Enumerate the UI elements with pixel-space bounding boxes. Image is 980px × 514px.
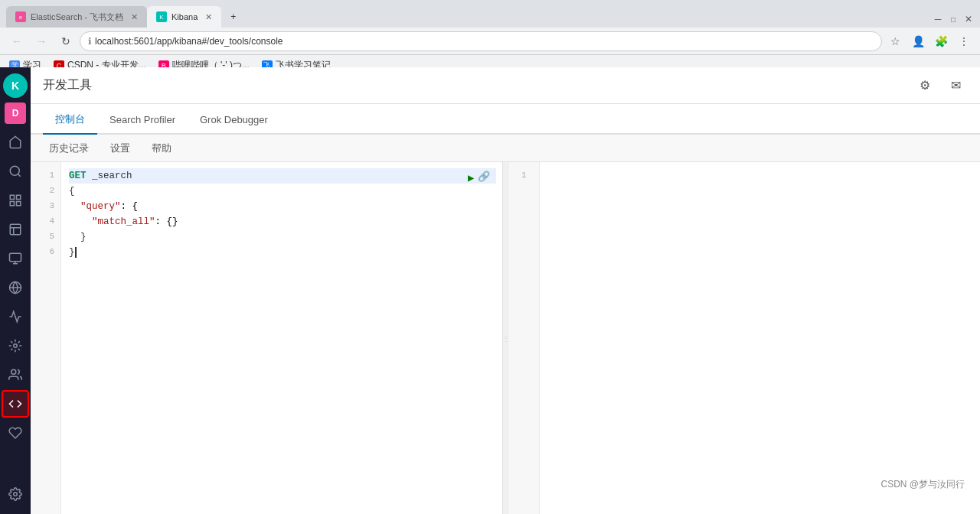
browser-tab-kibana[interactable]: K Kibana ✕ (147, 6, 221, 28)
browser-tab-elastic[interactable]: e ElasticSearch - 飞书文档 ✕ (6, 6, 147, 28)
code-line-4: "match_all" : {} (69, 214, 496, 229)
code-line-6: } (69, 245, 496, 260)
sidebar-item-maps[interactable] (2, 274, 29, 301)
watermark: CSDN @梦与汝同行 (880, 478, 965, 491)
sidebar-item-graph[interactable] (2, 361, 29, 389)
window-close[interactable]: ✕ (963, 14, 974, 24)
chrome-menu-icon[interactable]: ⋮ (954, 31, 974, 51)
svg-rect-4 (10, 195, 14, 199)
code-line-3: "query" : { (69, 199, 496, 214)
tab-close-elastic[interactable]: ✕ (131, 12, 138, 22)
editor-area: 1 2 3 4 5 6 GET _search (31, 162, 980, 514)
url-text-code: _search (92, 168, 132, 184)
settings-button[interactable]: 设置 (104, 138, 136, 158)
sidebar-item-dashboard[interactable] (2, 216, 29, 243)
help-button[interactable]: 帮助 (145, 138, 178, 158)
app-header: 开发工具 ⚙ ✉ (31, 67, 980, 104)
svg-point-2 (10, 166, 19, 175)
window-minimize[interactable]: ─ (933, 14, 943, 24)
tab-nav: 控制台 Search Profiler Grok Debugger (31, 104, 980, 135)
bookmark-star-icon[interactable]: ☆ (885, 31, 905, 51)
extensions-icon[interactable]: 🧩 (931, 31, 951, 51)
line-num-4: 4 (31, 214, 54, 229)
window-maximize[interactable]: □ (948, 14, 959, 24)
refresh-button[interactable]: ↻ (55, 31, 77, 52)
new-tab-button[interactable]: + (221, 6, 243, 28)
resize-handle[interactable]: ⋮ (503, 162, 509, 514)
tab-console[interactable]: 控制台 (43, 106, 97, 135)
profile-icon[interactable]: 👤 (908, 31, 928, 51)
history-button[interactable]: 历史记录 (43, 138, 95, 158)
line-num-3: 3 (31, 199, 54, 214)
response-line-numbers: 1 (509, 162, 540, 514)
response-content (540, 162, 981, 514)
tab-label-kibana: Kibana (172, 12, 198, 21)
method-keyword: GET (69, 168, 87, 184)
sidebar: K D (0, 67, 31, 514)
url-text: localhost:5601/app/kibana#/dev_tools/con… (95, 36, 283, 47)
code-line-1: GET _search ▶ 🔗 (69, 168, 496, 184)
svg-rect-7 (10, 202, 14, 206)
sidebar-item-monitoring[interactable] (2, 419, 29, 447)
line-num-1: 1 (31, 168, 54, 184)
editor-pane: 1 2 3 4 5 6 GET _search (31, 162, 503, 514)
line-num-2: 2 (31, 184, 54, 199)
sidebar-item-management[interactable] (2, 480, 29, 508)
svg-rect-8 (10, 224, 21, 235)
editor-toolbar: 历史记录 设置 帮助 (31, 135, 980, 162)
cursor (75, 247, 77, 258)
lock-icon: ℹ (88, 36, 92, 47)
tab-grok-debugger[interactable]: Grok Debugger (188, 106, 280, 135)
settings-icon[interactable]: ⚙ (913, 73, 937, 98)
sidebar-item-canvas[interactable] (2, 245, 29, 272)
response-pane: 1 (509, 162, 981, 514)
sidebar-item-discover[interactable] (2, 158, 29, 185)
sidebar-item-home[interactable] (2, 128, 29, 156)
back-button[interactable]: ← (6, 31, 28, 52)
line-num-6: 6 (31, 245, 54, 260)
tab-close-kibana[interactable]: ✕ (205, 12, 212, 22)
app-title: 开发工具 (43, 77, 92, 93)
svg-rect-6 (17, 202, 21, 206)
code-line-2: { (69, 184, 496, 199)
svg-line-3 (18, 174, 20, 176)
svg-rect-5 (17, 195, 21, 199)
tab-label-elastic: ElasticSearch - 飞书文档 (31, 11, 123, 23)
forward-button[interactable]: → (31, 31, 52, 52)
elastic-favicon: e (15, 11, 26, 22)
sidebar-item-apm[interactable] (2, 303, 29, 330)
svg-text:K: K (11, 80, 19, 92)
mail-icon[interactable]: ✉ (943, 73, 968, 98)
kibana-logo: K (3, 73, 28, 98)
sidebar-item-ml[interactable] (2, 332, 29, 359)
sidebar-item-devtools[interactable] (2, 390, 29, 418)
copy-as-curl-button[interactable]: 🔗 (478, 170, 490, 187)
line-num-5: 5 (31, 229, 54, 245)
kibana-favicon: K (156, 11, 167, 22)
user-avatar[interactable]: D (5, 102, 26, 124)
svg-point-14 (14, 493, 18, 496)
code-line-5: } (69, 229, 496, 245)
code-editor[interactable]: GET _search ▶ 🔗 { (61, 162, 502, 514)
svg-point-13 (11, 369, 16, 374)
run-button[interactable]: ▶ (468, 170, 474, 187)
svg-rect-9 (10, 253, 21, 262)
new-tab-icon: + (230, 11, 236, 22)
response-line-num-1: 1 (509, 168, 533, 184)
line-numbers: 1 2 3 4 5 6 (31, 162, 61, 514)
svg-point-12 (14, 344, 18, 348)
address-bar[interactable]: ℹ localhost:5601/app/kibana#/dev_tools/c… (80, 31, 882, 51)
tab-search-profiler[interactable]: Search Profiler (97, 106, 188, 135)
sidebar-item-visualize[interactable] (2, 187, 29, 214)
